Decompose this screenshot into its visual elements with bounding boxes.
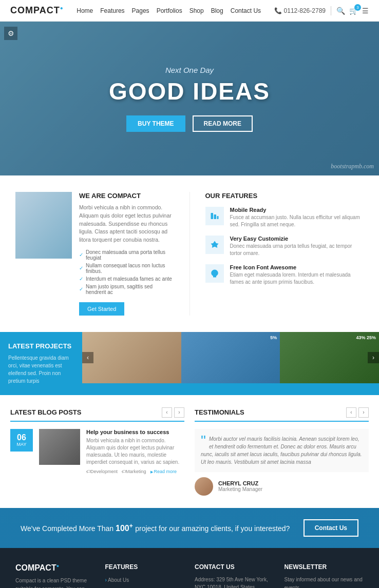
about-image-inner (15, 192, 72, 259)
logo-dot: ● (60, 5, 64, 11)
features-section: OUR FEATURES Mobile Ready Fusce at accum… (205, 192, 364, 316)
about-list-item: Interdum et malesuada fames ac ante (79, 275, 174, 283)
blog-body: Morbi vehicula a nibh in commodo. Aliqua… (86, 437, 184, 466)
svg-rect-0 (211, 213, 213, 219)
author-avatar (195, 477, 213, 496)
get-started-button[interactable]: Get Started (79, 302, 124, 316)
author-role: Marketing Manager (218, 486, 262, 492)
footer-newsletter-heading: NEWSLETTER (285, 563, 364, 571)
about-features-section: WE ARE COMPACT Morbi vehicula a nibh in … (0, 175, 379, 332)
proj-next-arrow[interactable]: › (368, 352, 379, 363)
nav-portfolios[interactable]: Portfolios (157, 7, 182, 14)
blog-prev-arrow[interactable]: ‹ (162, 407, 172, 418)
nav-pages[interactable]: Pages (132, 7, 149, 14)
feature-title-2: Very Easy Customizie (230, 236, 364, 242)
footer-about-text: Compact is a clean PSD theme suitable fo… (15, 577, 95, 588)
nav-contact[interactable]: Contact Us (231, 7, 261, 14)
cta-pre: We've Completed More Than (21, 524, 113, 533)
features-heading: OUR FEATURES (205, 192, 364, 200)
phone-icon: 📞 (274, 7, 282, 14)
proj-prev-arrow[interactable]: ‹ (82, 352, 93, 363)
svg-rect-2 (217, 216, 218, 219)
projects-heading: LATEST PROJECTS (8, 342, 74, 350)
blog-title: Help your business to success (86, 429, 184, 435)
project-image-1: ‹ (82, 332, 181, 383)
blog-next-arrow[interactable]: › (174, 407, 184, 418)
hero-section: ⚙ Next One Day GOOD IDEAS BUY THEME READ… (0, 22, 379, 175)
blog-nav-arrows: ‹ › (162, 407, 184, 418)
author-info: CHERYL CRUZ Marketing Manager (218, 480, 262, 492)
svg-marker-3 (211, 241, 218, 248)
svg-rect-1 (214, 214, 216, 219)
footer-features-heading: FEATURES (105, 563, 185, 571)
header-right: 📞 0112-826-2789 🔍 🛒3 ☰ (274, 6, 369, 15)
font-awesome-icon (205, 264, 224, 283)
blog-day: 06 (17, 434, 26, 442)
footer-columns: COMPACT● Compact is a clean PSD theme su… (15, 563, 364, 588)
about-section: WE ARE COMPACT Morbi vehicula a nibh in … (15, 192, 174, 316)
feature-title-3: Free Icon Font Awesome (230, 264, 364, 270)
cta-banner: We've Completed More Than 100+ project f… (0, 508, 379, 548)
blog-header: LATEST BLOG POSTS ‹ › (10, 407, 184, 422)
cta-number: 100+ (116, 524, 135, 533)
blog-tags: Development Marketing Read more (86, 469, 184, 474)
projects-left: LATEST PROJECTS Pellentesque gravida dia… (0, 332, 82, 395)
header: COMPACT● Home Features Pages Portfolios … (0, 0, 379, 22)
footer-contact-heading: CONTACT US (195, 563, 274, 571)
testimonials-prev-arrow[interactable]: ‹ (346, 407, 356, 418)
testimonial-body: " Morbi auctor vel mauris facilisis laci… (195, 429, 369, 472)
buy-theme-button[interactable]: BUY THEME (126, 115, 185, 132)
blog-section: LATEST BLOG POSTS ‹ › 06 MAY Help your b… (10, 407, 184, 496)
footer-address: Address: 329 5th Ave New York, NYC 10018… (195, 576, 274, 588)
contact-info: Address: 329 5th Ave New York, NYC 10018… (195, 576, 274, 588)
project-percent-3: 43% 25% (356, 335, 376, 340)
footer-col-about: COMPACT● Compact is a clean PSD theme su… (15, 563, 95, 588)
search-icon[interactable]: 🔍 (336, 7, 345, 15)
read-more-button[interactable]: READ MORE (193, 115, 253, 132)
footer-link-about[interactable]: About Us (105, 577, 129, 583)
nav-home[interactable]: Home (77, 7, 93, 14)
cart-icon[interactable]: 🛒3 (349, 7, 358, 15)
gear-button[interactable]: ⚙ (4, 27, 17, 40)
blog-tag-1: Development (86, 469, 118, 474)
blog-date: 06 MAY (10, 429, 33, 452)
nav-blog[interactable]: Blog (211, 7, 223, 14)
cta-text: We've Completed More Than 100+ project f… (21, 522, 290, 533)
divider (331, 6, 331, 15)
projects-desc: Pellentesque gravida diam orci, vitae ve… (8, 354, 74, 385)
logo: COMPACT● (10, 5, 64, 16)
blog-post: 06 MAY Help your business to success Mor… (10, 429, 184, 474)
section-divider (190, 192, 190, 316)
blog-month: MAY (17, 442, 27, 447)
latest-projects-section: LATEST PROJECTS Pellentesque gravida dia… (0, 332, 379, 395)
read-more-link[interactable]: Read more (150, 469, 177, 474)
hero-title: GOOD IDEAS (109, 77, 270, 105)
feature-item-1: Mobile Ready Fusce at accumsan justo. Nu… (205, 207, 364, 228)
feature-text-2: Very Easy Customizie Donec malesuada urn… (230, 236, 364, 257)
testimonial-quote: Morbi auctor vel mauris facilisis lacini… (201, 435, 363, 466)
testimonials-next-arrow[interactable]: › (358, 407, 369, 418)
project-percent-2: 5% (270, 335, 277, 340)
about-list-item: Donec malesuada urna porta tellus feugia… (79, 248, 174, 262)
footer-col-features: FEATURES About Us Our Story Term & Condi… (105, 563, 185, 588)
footer-col-newsletter: NEWSLETTER Stay informed about our news … (285, 563, 364, 588)
nav-shop[interactable]: Shop (190, 7, 204, 14)
about-heading: WE ARE COMPACT (79, 192, 174, 200)
footer-col-contact: CONTACT US Address: 329 5th Ave New York… (195, 563, 274, 588)
feature-desc-2: Donec malesuada urna porta tellus feugia… (230, 243, 364, 257)
nav-features[interactable]: Features (100, 7, 124, 14)
footer-links: About Us Our Story Term & Conditions Pri… (105, 576, 185, 588)
header-icons: 🔍 🛒3 ☰ (336, 7, 369, 15)
menu-icon[interactable]: ☰ (362, 7, 369, 15)
cart-badge: 3 (354, 4, 361, 11)
testimonials-nav-arrows: ‹ › (346, 407, 369, 418)
blog-testimonials-section: LATEST BLOG POSTS ‹ › 06 MAY Help your b… (0, 395, 379, 508)
feature-item-2: Very Easy Customizie Donec malesuada urn… (205, 236, 364, 257)
contact-us-button[interactable]: Contact Us (304, 519, 358, 537)
main-nav: Home Features Pages Portfolios Shop Blog… (77, 7, 261, 14)
hero-subtitle: Next One Day (109, 66, 270, 74)
feature-text-3: Free Icon Font Awesome Etiam eget malesu… (230, 264, 364, 286)
testimonials-section: TESTIMONIALS ‹ › " Morbi auctor vel maur… (195, 407, 369, 496)
blog-date-block: 06 MAY (10, 429, 33, 474)
feature-text-1: Mobile Ready Fusce at accumsan justo. Nu… (230, 207, 364, 228)
